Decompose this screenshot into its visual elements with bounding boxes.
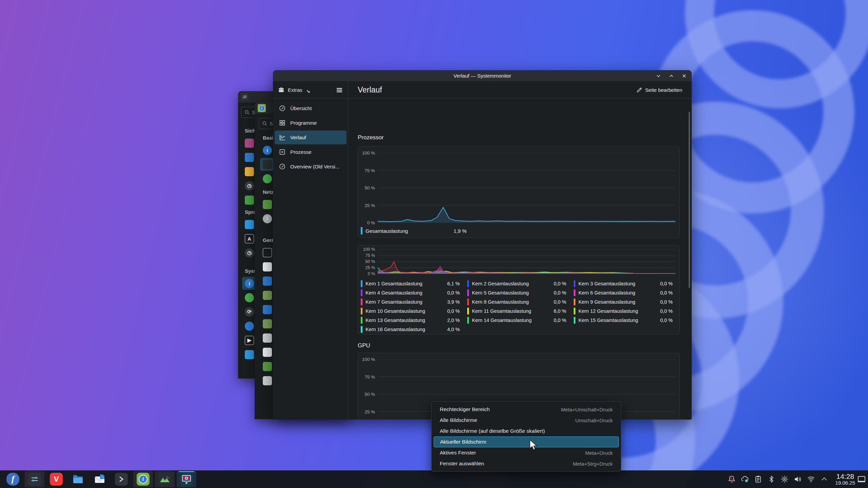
core-legend-item: Kern 5 Gesamtauslastung0,0 % [467,288,571,297]
core-legend-value: 0,0 % [554,318,571,323]
info-center-icon: i [258,104,266,112]
search-icon [244,110,250,115]
close-button[interactable] [682,73,687,79]
brightness-icon[interactable] [780,475,789,484]
y-axis-tick: 25 % [364,203,375,208]
cpu-legend-chip [361,227,362,235]
sidebar-item-verlauf[interactable]: Verlauf [275,130,347,144]
sidebar-item-programme[interactable]: Programme [275,116,347,130]
vertical-scrollbar[interactable] [689,112,690,288]
sidebar-item-übersicht[interactable]: Übersicht [275,101,347,115]
core-legend-label: Kern 10 Gesamtauslastung [366,308,425,314]
fedora-icon: f [6,473,19,486]
clipboard-icon[interactable] [754,475,763,484]
core-legend-item: Kern 3 Gesamtauslastung0,0 % [574,279,677,288]
menu-item-alle-bildschirme[interactable]: Alle BildschirmeUmschalt+Druck [434,415,619,426]
core-legend-label: Kern 6 Gesamtauslastung [578,290,635,296]
toolbox-icon [278,86,285,94]
core-legend-value: 3,9 % [447,299,465,305]
y-axis-tick: 100 % [363,247,375,252]
core-legend-value: 2,0 % [447,318,465,323]
bluetooth-icon[interactable] [767,475,776,484]
menu-item-alle-bildschirme-auf-dieselbe-größe-skaliert-[interactable]: Alle Bildschirme (auf dieselbe Größe ska… [434,426,619,436]
terminal-icon [115,473,128,486]
settings-sliders-icon [241,93,249,101]
taskbar-file-manager[interactable] [68,471,88,487]
taskbar-info-center[interactable]: i [133,471,153,487]
taskbar-terminal[interactable] [112,471,131,487]
core-legend-label: Kern 1 Gesamtauslastung [366,281,422,286]
cloud-sync-icon[interactable] [741,475,749,484]
digital-clock[interactable]: 14:28 19.06.25 [835,472,855,486]
page-title: Verlauf [358,85,382,95]
thermometer-icon [263,348,272,357]
hamburger-menu-button[interactable] [336,86,343,94]
extras-menu-button[interactable]: Extras [278,86,310,94]
sidebar-item-label: Overview (Old Versi... [290,164,339,169]
core-legend-chip [361,280,362,287]
core-legend-label: Kern 2 Gesamtauslastung [472,281,529,286]
core-legend-item: Kern 12 Gesamtauslastung0,0 % [574,306,677,316]
monitor-titlebar[interactable]: Verlauf — Systemmonitor [273,70,692,82]
mail-icon [93,473,106,486]
sidebar-item-label: Programme [290,120,317,126]
core-legend-chip [361,326,362,333]
chart-green-icon [263,160,272,169]
search-icon [262,121,267,126]
cpu-legend-value: 1,9 % [454,228,467,234]
core-legend-value: 0,0 % [554,299,571,305]
menu-item-rechteckiger-bereich[interactable]: Rechteckiger BereichMeta+Umschalt+Druck [434,404,619,415]
core-legend-label: Kern 9 Gesamtauslastung [578,299,635,305]
history-page-scroll-area[interactable]: Prozessor Gesamtauslastung 1,9 % 100 %75… [348,99,692,420]
core-legend-item: Kern 7 Gesamtauslastung3,9 % [361,297,465,306]
system-monitor-icon [158,473,171,486]
update-icon: ⟳ [245,307,254,317]
core-legend-item: Kern 10 Gesamtauslastung0,0 % [361,306,465,316]
edit-page-button[interactable]: Seite bearbeiten [636,87,682,93]
core-legend-item: Kern 15 Gesamtauslastung0,0 % [574,316,677,325]
speech-bubbles-icon [245,196,254,205]
y-axis-tick: 75 % [366,253,375,258]
taskbar-launcher-fedora[interactable]: f [3,471,23,487]
core-legend-label: Kern 16 Gesamtauslastung [366,327,425,332]
desktop: S SicheBAK◷ZESpracRAF◷DSysteiÜE⟳SB▶AS i … [0,0,868,488]
play-square-icon: ▶ [245,336,254,345]
sidebar-item-prozesse[interactable]: Prozesse [275,145,347,159]
core-legend-chip [467,317,469,324]
y-axis-tick: 0 % [368,271,375,276]
taskbar-system-monitor[interactable] [155,471,175,487]
core-legend-label: Kern 3 Gesamtauslastung [578,281,635,286]
gpu-section-title: GPU [358,342,370,349]
network-card-icon [263,200,272,209]
menu-item-aktives-fenster[interactable]: Aktives FensterMeta+Druck [434,447,619,458]
system-monitor-window[interactable]: Verlauf — Systemmonitor Extras Verlauf [273,70,692,420]
core-legend-label: Kern 11 Gesamtauslastung [472,308,531,314]
core-legend-chip [574,289,575,296]
taskbar-mail-client[interactable] [90,471,110,487]
expand-tray-icon[interactable] [820,475,829,484]
speedometer-icon [279,163,286,170]
notifications-muted-icon[interactable] [727,475,736,484]
menu-item-aktueller-bildschirm[interactable]: Aktueller Bildschirm [434,436,619,447]
y-axis-tick: 50 % [364,185,375,190]
core-legend-item: Kern 6 Gesamtauslastung0,0 % [574,288,677,297]
sidebar-item-label: Verlauf [290,135,306,140]
cpu-total-chart-card: Gesamtauslastung 1,9 % 100 %75 %50 %25 %… [358,146,680,238]
maximize-button[interactable] [669,73,674,79]
network-wifi-icon[interactable] [807,475,815,484]
volume-icon[interactable] [793,475,802,484]
menu-item-fenster-auswählen[interactable]: Fenster auswählenMeta+Strg+Druck [434,458,619,469]
show-desktop-button[interactable] [858,476,865,482]
minimize-button[interactable] [656,73,661,79]
font-icon: A [245,234,254,243]
taskbar-spectacle[interactable] [177,471,196,487]
speedometer-icon [279,105,286,112]
core-legend-chip [467,289,469,296]
taskbar-vivaldi-browser[interactable]: V [46,471,66,487]
keyboard-icon [263,262,272,271]
menu-item-label: Aktueller Bildschirm [440,439,486,445]
taskbar-system-settings[interactable] [25,471,44,487]
menu-item-label: Rechteckiger Bereich [440,406,490,412]
spectacle-capture-context-menu: Rechteckiger BereichMeta+Umschalt+DruckA… [431,401,621,472]
sidebar-item-overview-old-versi-[interactable]: Overview (Old Versi... [275,160,347,174]
